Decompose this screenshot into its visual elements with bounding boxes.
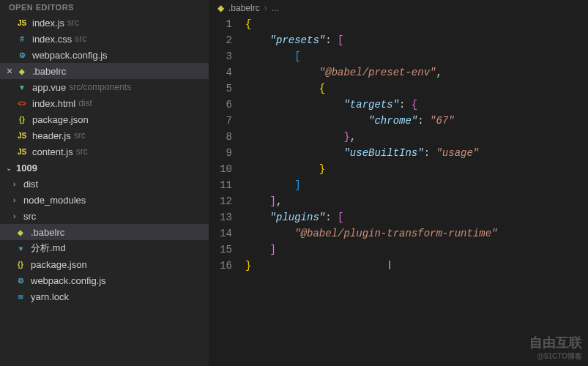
breadcrumb[interactable]: ◆ .babelrc › ...: [209, 0, 588, 16]
file-dir: src: [75, 34, 86, 44]
file-name: index.css: [32, 34, 72, 45]
chevron-right-icon: ›: [264, 3, 267, 13]
open-editor-item[interactable]: {}package.json: [0, 111, 209, 127]
file-name: content.js: [32, 146, 73, 157]
folder-name: dist: [23, 179, 38, 190]
file-dir: src: [74, 130, 86, 141]
file-dir: src: [67, 18, 79, 28]
file-name: .babelrc: [31, 227, 64, 238]
file-name: webpack.config.js: [32, 50, 108, 61]
folder-name: node_modules: [23, 195, 86, 206]
file-name: 分析.md: [31, 242, 66, 255]
js-icon: JS: [16, 17, 28, 29]
hash-icon: #: [16, 33, 28, 45]
sidebar: OPEN EDITORS JSindex.jssrc#index.csssrc⚙…: [0, 0, 209, 366]
md-icon: ▾: [15, 242, 26, 254]
open-editors-header: OPEN EDITORS: [0, 0, 209, 15]
open-editor-item[interactable]: ⚙webpack.config.js: [0, 47, 209, 63]
file-name: yarn.lock: [31, 291, 69, 302]
code-editor[interactable]: 12345678910111213141516 { "presets": [ […: [209, 16, 588, 366]
gear-icon: ⚙: [16, 49, 28, 61]
open-editor-item[interactable]: JScontent.jssrc: [0, 143, 209, 160]
js-icon: JS: [16, 146, 28, 157]
breadcrumb-rest: ...: [272, 3, 279, 13]
js-icon: JS: [16, 130, 28, 141]
file-name: index.js: [32, 18, 64, 29]
babel-icon: ◆: [217, 3, 224, 13]
open-editor-item[interactable]: ▼app.vuesrc/components: [0, 79, 209, 95]
file-name: app.vue: [32, 82, 66, 93]
open-editor-item[interactable]: JSindex.jssrc: [0, 15, 209, 31]
explorer-file-item[interactable]: ▾分析.md: [0, 240, 209, 256]
chevron-right-icon: ›: [13, 196, 22, 204]
file-dir: src: [76, 146, 88, 157]
chevron-down-icon: ⌄: [6, 164, 15, 172]
project-root[interactable]: ⌄ 1009: [0, 160, 209, 176]
close-icon[interactable]: ×: [3, 65, 16, 77]
open-editor-item[interactable]: ×◆.babelrc: [0, 63, 209, 79]
breadcrumb-file: .babelrc: [228, 3, 260, 13]
chevron-right-icon: ›: [13, 180, 22, 188]
open-editor-item[interactable]: #index.csssrc: [0, 31, 209, 47]
html-icon: <>: [16, 97, 28, 109]
explorer-file-item[interactable]: ◆.babelrc: [0, 224, 209, 240]
folder-item[interactable]: ›dist: [0, 176, 209, 192]
json-icon: {}: [15, 258, 26, 270]
file-name: .babelrc: [32, 66, 66, 77]
explorer-file-item[interactable]: {}package.json: [0, 256, 209, 272]
code-body[interactable]: { "presets": [ [ "@babel/preset-env", { …: [245, 16, 588, 366]
file-name: package.json: [32, 114, 89, 125]
file-dir: dist: [78, 98, 92, 108]
open-editor-item[interactable]: <>index.htmldist: [0, 95, 209, 111]
json-icon: {}: [16, 113, 28, 125]
file-name: header.js: [32, 130, 71, 141]
file-name: package.json: [31, 259, 87, 270]
yarn-icon: ≋: [15, 291, 26, 302]
babel-icon: ◆: [16, 65, 28, 77]
open-editor-item[interactable]: JSheader.jssrc: [0, 127, 209, 143]
file-name: index.html: [32, 98, 75, 109]
gear-icon: ⚙: [15, 274, 26, 286]
folder-item[interactable]: ›src: [0, 208, 209, 224]
file-dir: src/components: [69, 82, 131, 92]
babel-icon: ◆: [15, 226, 26, 238]
chevron-right-icon: ›: [13, 212, 22, 220]
project-name: 1009: [16, 163, 37, 173]
explorer-file-item[interactable]: ≋yarn.lock: [0, 288, 209, 305]
file-name: webpack.config.js: [31, 275, 106, 286]
editor-area: ◆ .babelrc › ... 12345678910111213141516…: [209, 0, 588, 366]
vue-icon: ▼: [16, 81, 28, 93]
folder-item[interactable]: ›node_modules: [0, 192, 209, 208]
folder-name: src: [23, 211, 36, 222]
explorer-file-item[interactable]: ⚙webpack.config.js: [0, 272, 209, 288]
line-gutter: 12345678910111213141516: [209, 16, 245, 366]
